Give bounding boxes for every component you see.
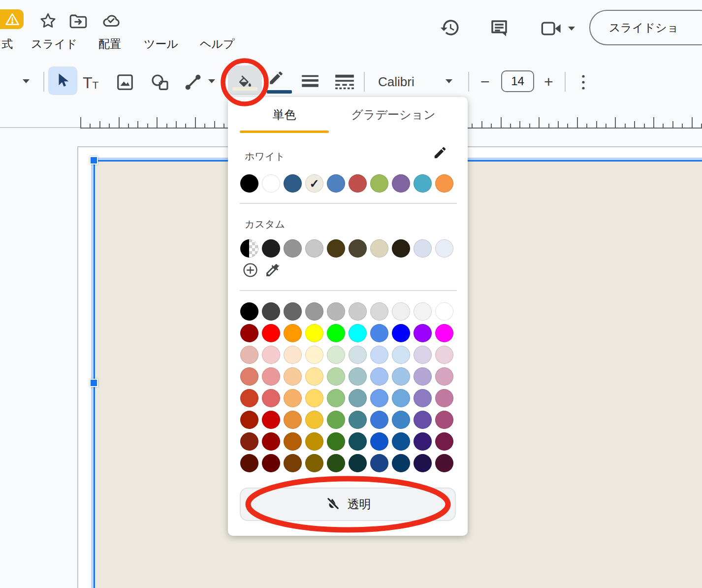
color-swatch[interactable] (240, 174, 258, 193)
color-swatch[interactable] (370, 239, 388, 258)
color-swatch[interactable] (414, 346, 432, 364)
color-swatch[interactable] (435, 346, 453, 364)
color-swatch[interactable] (262, 367, 280, 386)
color-swatch[interactable] (305, 411, 323, 429)
color-swatch[interactable] (349, 239, 367, 258)
color-swatch[interactable] (414, 239, 432, 258)
menu-slide[interactable]: スライド (31, 36, 77, 52)
fill-color-button[interactable] (228, 65, 262, 95)
menu-tools[interactable]: ツール (144, 36, 178, 52)
color-swatch[interactable] (414, 389, 432, 407)
color-swatch[interactable] (435, 239, 453, 258)
color-swatch[interactable] (414, 367, 432, 386)
color-swatch[interactable] (262, 302, 280, 321)
color-swatch[interactable] (392, 302, 410, 321)
color-swatch[interactable] (305, 454, 323, 472)
color-swatch[interactable] (435, 174, 453, 193)
color-swatch[interactable] (327, 411, 345, 429)
star-icon[interactable] (39, 12, 57, 29)
color-swatch[interactable] (327, 432, 345, 451)
color-swatch[interactable] (327, 239, 345, 258)
color-swatch[interactable] (435, 454, 453, 472)
toolbar-more-button[interactable] (580, 73, 587, 91)
color-swatch[interactable] (327, 174, 345, 193)
insert-shape-button[interactable] (150, 73, 170, 93)
edit-theme-colors-button[interactable] (433, 145, 447, 160)
color-swatch[interactable] (284, 432, 302, 451)
color-swatch[interactable] (262, 346, 280, 364)
color-swatch[interactable] (349, 346, 367, 364)
color-swatch[interactable] (414, 454, 432, 472)
color-swatch[interactable] (327, 454, 345, 472)
color-swatch[interactable] (240, 324, 258, 342)
transparent-button[interactable]: 透明 (240, 488, 456, 521)
color-swatch[interactable] (370, 454, 388, 472)
color-swatch[interactable] (370, 411, 388, 429)
color-swatch[interactable] (327, 324, 345, 342)
color-swatch-selected[interactable]: ✓ (305, 174, 323, 193)
color-swatch[interactable] (284, 411, 302, 429)
color-swatch[interactable] (435, 367, 453, 386)
color-swatch[interactable] (392, 389, 410, 407)
color-swatch[interactable] (349, 411, 367, 429)
color-swatch[interactable] (414, 302, 432, 321)
color-swatch[interactable] (262, 324, 280, 342)
color-swatch[interactable] (370, 302, 388, 321)
color-swatch[interactable] (327, 302, 345, 321)
color-swatch[interactable] (305, 324, 323, 342)
color-swatch[interactable] (435, 432, 453, 451)
color-swatch[interactable] (349, 174, 367, 193)
increase-font-size-button[interactable]: + (544, 74, 553, 90)
color-swatch[interactable] (392, 367, 410, 386)
insert-image-button[interactable] (116, 73, 134, 92)
color-swatch[interactable] (305, 432, 323, 451)
color-swatch[interactable] (240, 389, 258, 407)
color-swatch[interactable] (284, 239, 302, 258)
color-swatch[interactable] (284, 324, 302, 342)
textbox-tool-button[interactable]: TT (83, 71, 107, 91)
select-tool-button[interactable] (48, 66, 77, 95)
color-swatch[interactable] (392, 346, 410, 364)
warning-badge[interactable] (0, 9, 24, 29)
color-swatch[interactable] (262, 239, 280, 258)
color-swatch[interactable] (435, 411, 453, 429)
color-swatch[interactable] (262, 389, 280, 407)
color-swatch[interactable] (414, 174, 432, 193)
color-swatch[interactable] (262, 432, 280, 451)
insert-line-button[interactable] (184, 73, 202, 92)
selection-handle-top-left[interactable] (90, 156, 98, 164)
eyedropper-button[interactable] (264, 262, 281, 278)
color-swatch[interactable] (284, 367, 302, 386)
color-swatch[interactable] (370, 346, 388, 364)
color-swatch[interactable] (392, 324, 410, 342)
color-swatch[interactable] (370, 389, 388, 407)
comment-icon[interactable] (489, 18, 510, 38)
color-swatch[interactable] (305, 389, 323, 407)
menu-format-partial[interactable]: 式 (1, 36, 13, 52)
color-swatch[interactable] (370, 432, 388, 451)
color-swatch[interactable] (327, 367, 345, 386)
color-swatch[interactable] (435, 302, 453, 321)
color-swatch[interactable] (414, 324, 432, 342)
color-swatch[interactable] (349, 324, 367, 342)
color-swatch[interactable] (349, 454, 367, 472)
camera-dropdown-caret[interactable] (568, 27, 575, 31)
color-swatch[interactable] (392, 454, 410, 472)
color-swatch[interactable] (327, 389, 345, 407)
menu-help[interactable]: ヘルプ (200, 36, 235, 52)
color-swatch[interactable] (262, 174, 280, 193)
font-size-input[interactable]: 14 (501, 70, 534, 92)
slideshow-button[interactable]: スライドショ (589, 10, 702, 45)
color-swatch[interactable] (240, 239, 258, 258)
color-swatch[interactable] (240, 454, 258, 472)
toolbar-overflow-caret[interactable] (23, 79, 30, 83)
color-swatch[interactable] (240, 346, 258, 364)
color-swatch[interactable] (284, 454, 302, 472)
color-swatch[interactable] (349, 432, 367, 451)
color-swatch[interactable] (370, 174, 388, 193)
color-swatch[interactable] (262, 411, 280, 429)
color-swatch[interactable] (305, 239, 323, 258)
border-weight-button[interactable] (301, 74, 319, 91)
color-swatch[interactable] (414, 432, 432, 451)
decrease-font-size-button[interactable]: − (480, 74, 490, 90)
